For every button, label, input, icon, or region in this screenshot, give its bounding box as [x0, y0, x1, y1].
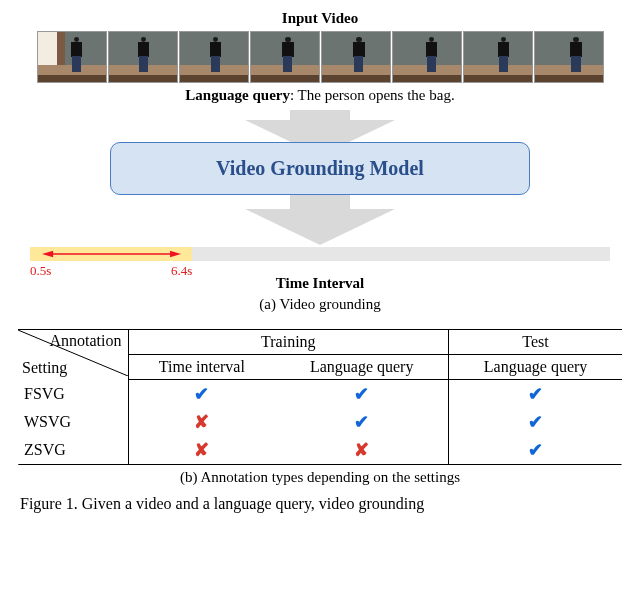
subcaption-a: (a) Video grounding	[12, 296, 628, 313]
video-frame	[179, 31, 249, 83]
row-name: WSVG	[18, 408, 128, 436]
language-query-line: Language query: The person opens the bag…	[12, 87, 628, 104]
video-frame	[108, 31, 178, 83]
svg-marker-3	[42, 251, 53, 257]
interval-arrow-icon	[42, 250, 181, 258]
check-icon: ✔	[128, 380, 275, 409]
check-icon: ✔	[275, 408, 448, 436]
figure-caption: Figure 1. Given a video and a language q…	[20, 494, 620, 514]
video-frame	[392, 31, 462, 83]
video-frame	[534, 31, 604, 83]
model-box: Video Grounding Model	[110, 142, 530, 195]
language-query-text: : The person opens the bag.	[290, 87, 455, 103]
annotations-table: Annotation Setting Training Test Time in…	[18, 330, 622, 464]
table-diag-header: Annotation Setting	[18, 330, 128, 380]
col-lang-train: Language query	[275, 355, 448, 380]
arrow-down-icon	[235, 189, 405, 245]
language-query-label: Language query	[185, 87, 290, 103]
timeline-bar	[30, 247, 610, 261]
check-icon: ✔	[449, 436, 622, 464]
cross-icon: ✘	[275, 436, 448, 464]
col-group-training: Training	[128, 330, 449, 355]
diag-setting-label: Setting	[22, 359, 67, 377]
video-frame	[321, 31, 391, 83]
cross-icon: ✘	[128, 436, 275, 464]
table-row: FSVG ✔ ✔ ✔	[18, 380, 622, 409]
subcaption-b: (b) Annotation types depending on the se…	[12, 469, 628, 486]
check-icon: ✔	[449, 380, 622, 409]
video-frame	[463, 31, 533, 83]
svg-marker-4	[170, 251, 181, 257]
row-name: FSVG	[18, 380, 128, 409]
input-video-heading: Input Video	[12, 10, 628, 27]
table-bottom-rule	[18, 464, 622, 465]
interval-end: 6.4s	[171, 263, 192, 279]
cross-icon: ✘	[128, 408, 275, 436]
time-interval-label: Time Interval	[12, 275, 628, 292]
interval-start: 0.5s	[30, 263, 51, 279]
video-frame	[250, 31, 320, 83]
col-group-test: Test	[449, 330, 622, 355]
diag-annotation-label: Annotation	[50, 332, 122, 350]
row-name: ZSVG	[18, 436, 128, 464]
video-frames-strip	[12, 31, 628, 83]
check-icon: ✔	[275, 380, 448, 409]
table-row: WSVG ✘ ✔ ✔	[18, 408, 622, 436]
col-lang-test: Language query	[449, 355, 622, 380]
col-time-interval: Time interval	[128, 355, 275, 380]
svg-marker-1	[245, 189, 395, 245]
table-row: ZSVG ✘ ✘ ✔	[18, 436, 622, 464]
video-frame	[37, 31, 107, 83]
check-icon: ✔	[449, 408, 622, 436]
